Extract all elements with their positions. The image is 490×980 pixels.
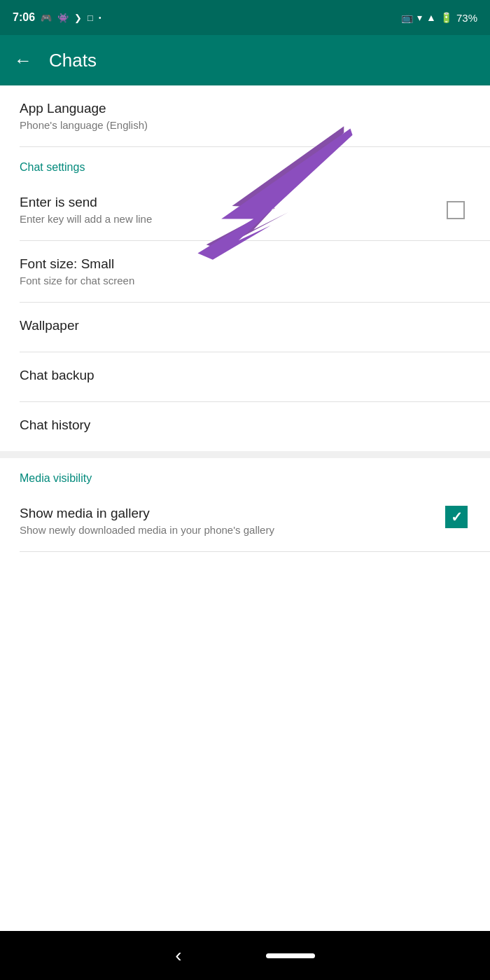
media-visibility-header: Media visibility: [0, 458, 490, 490]
show-media-title: Show media in gallery: [20, 506, 445, 521]
nav-back-button[interactable]: ‹: [175, 944, 181, 967]
status-bar: 7:06 🎮 👾 ❯ □ • 📺 ▾ ▲ 🔋 73%: [0, 0, 490, 35]
font-size-item[interactable]: Font size: Small Font size for chat scre…: [0, 241, 490, 302]
show-media-checkbox[interactable]: [445, 506, 468, 528]
status-time: 7:06: [13, 11, 35, 24]
enter-is-send-item[interactable]: Enter is send Enter key will add a new l…: [0, 179, 490, 240]
chat-history-title: Chat history: [20, 417, 470, 433]
font-size-subtitle: Font size for chat screen: [20, 275, 470, 287]
chat-history-item[interactable]: Chat history: [0, 402, 490, 451]
app-language-title: App Language: [20, 101, 470, 116]
nav-bar: ‹: [0, 931, 490, 980]
app-language-item[interactable]: App Language Phone's language (English): [0, 85, 490, 146]
wallpaper-title: Wallpaper: [20, 318, 470, 333]
section-divider-1: [0, 451, 490, 458]
page-title: Chats: [49, 50, 97, 71]
header: ← Chats: [0, 35, 490, 85]
enter-is-send-subtitle: Enter key will add a new line: [20, 213, 447, 225]
divider-6: [20, 551, 490, 552]
status-right: 📺 ▾ ▲ 🔋 73%: [401, 12, 477, 24]
chat-backup-title: Chat backup: [20, 368, 470, 383]
back-button[interactable]: ←: [14, 50, 32, 71]
chat-backup-item[interactable]: Chat backup: [0, 352, 490, 401]
notif-icon-3: ❯: [74, 13, 82, 23]
wifi-icon: ▾: [417, 12, 422, 23]
notif-icon-4: □: [88, 13, 93, 23]
notif-icon-2: 👾: [57, 13, 69, 23]
status-left: 7:06 🎮 👾 ❯ □ •: [13, 11, 101, 24]
show-media-item[interactable]: Show media in gallery Show newly downloa…: [0, 490, 490, 551]
cast-icon: 📺: [401, 12, 413, 23]
chat-settings-header: Chat settings: [0, 147, 490, 179]
font-size-title: Font size: Small: [20, 256, 470, 272]
notif-dot: •: [99, 14, 102, 22]
battery-icon: 🔋: [440, 12, 452, 23]
show-media-subtitle: Show newly downloaded media in your phon…: [20, 524, 445, 536]
wallpaper-item[interactable]: Wallpaper: [0, 303, 490, 352]
battery-percent: 73%: [456, 12, 477, 24]
enter-is-send-checkbox[interactable]: [447, 201, 465, 219]
enter-is-send-title: Enter is send: [20, 195, 447, 210]
notif-icon-1: 🎮: [41, 13, 52, 23]
nav-home-indicator: [266, 953, 315, 958]
app-language-subtitle: Phone's language (English): [20, 119, 470, 131]
signal-icon: ▲: [426, 12, 436, 23]
settings-content: App Language Phone's language (English) …: [0, 85, 490, 552]
